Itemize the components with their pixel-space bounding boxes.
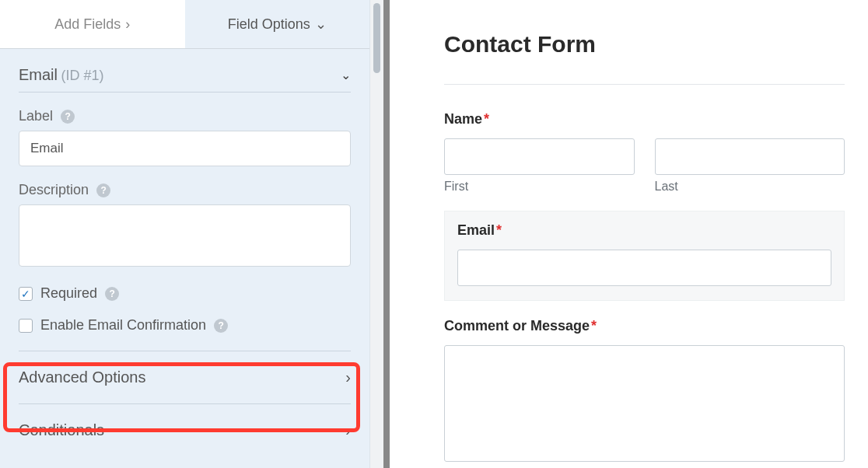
required-star-icon: *	[496, 222, 502, 238]
name-field-block: Name* First Last	[444, 111, 845, 194]
first-name-input[interactable]	[444, 138, 635, 175]
required-star-icon: *	[484, 111, 489, 127]
required-checkbox[interactable]: ✓	[19, 287, 33, 301]
name-label: Name*	[444, 111, 845, 127]
help-icon[interactable]: ?	[105, 287, 119, 301]
name-label-text: Name	[444, 111, 482, 127]
required-row[interactable]: ✓ Required ?	[19, 285, 351, 302]
first-sublabel: First	[444, 180, 635, 194]
email-label: Email*	[457, 222, 831, 239]
confirmation-row[interactable]: Enable Email Confirmation ?	[19, 317, 351, 334]
help-icon[interactable]: ?	[214, 319, 228, 333]
chevron-down-icon: ⌄	[315, 16, 327, 33]
email-field-block[interactable]: Email*	[444, 211, 845, 301]
chevron-down-icon: ⌄	[341, 68, 351, 82]
chevron-right-icon: ›	[125, 16, 130, 33]
label-input[interactable]	[19, 131, 351, 166]
comment-label: Comment or Message*	[444, 318, 845, 334]
tab-add-fields-label: Add Fields	[54, 16, 121, 33]
tab-field-options[interactable]: Field Options ⌄	[185, 0, 370, 48]
field-name: Email	[19, 66, 58, 83]
help-icon[interactable]: ?	[96, 183, 110, 197]
description-input[interactable]	[19, 204, 351, 267]
advanced-options-section[interactable]: Advanced Options ›	[19, 351, 351, 403]
comment-textarea[interactable]	[444, 345, 845, 462]
help-icon[interactable]: ?	[61, 110, 75, 124]
tab-field-options-label: Field Options	[228, 16, 310, 33]
email-label-text: Email	[457, 222, 495, 238]
required-star-icon: *	[591, 318, 597, 334]
confirmation-label: Enable Email Confirmation	[40, 317, 206, 334]
field-options-panel: Email (ID #1) ⌄ Label ? Description ? ✓ …	[0, 49, 369, 456]
comment-label-text: Comment or Message	[444, 318, 590, 334]
comment-field-block: Comment or Message*	[444, 318, 845, 462]
form-title: Contact Form	[444, 31, 845, 85]
field-header[interactable]: Email (ID #1) ⌄	[19, 49, 351, 93]
advanced-options-label: Advanced Options	[19, 368, 145, 386]
conditionals-label: Conditionals	[19, 421, 104, 439]
confirmation-checkbox[interactable]	[19, 319, 33, 333]
tab-add-fields[interactable]: Add Fields ›	[0, 0, 185, 48]
sidebar-tabs: Add Fields › Field Options ⌄	[0, 0, 369, 49]
pane-divider	[383, 0, 390, 468]
description-row: Description ?	[19, 182, 351, 198]
description-text: Description	[19, 182, 89, 198]
chevron-right-icon: ›	[345, 368, 351, 386]
last-name-input[interactable]	[655, 138, 845, 175]
label-text: Label	[19, 108, 53, 124]
field-header-title: Email (ID #1)	[19, 66, 103, 84]
label-row: Label ?	[19, 108, 351, 124]
chevron-right-icon: ›	[345, 421, 351, 439]
last-sublabel: Last	[655, 180, 845, 194]
conditionals-section[interactable]: Conditionals ›	[19, 403, 351, 456]
scrollbar-thumb[interactable]	[373, 3, 380, 73]
sidebar-scrollbar[interactable]	[369, 0, 383, 468]
field-id: (ID #1)	[61, 68, 103, 83]
required-label: Required	[40, 285, 97, 302]
form-preview: Contact Form Name* First Last Email*	[390, 0, 868, 468]
sidebar: Add Fields › Field Options ⌄ Email (ID #…	[0, 0, 369, 468]
email-input[interactable]	[457, 250, 831, 286]
